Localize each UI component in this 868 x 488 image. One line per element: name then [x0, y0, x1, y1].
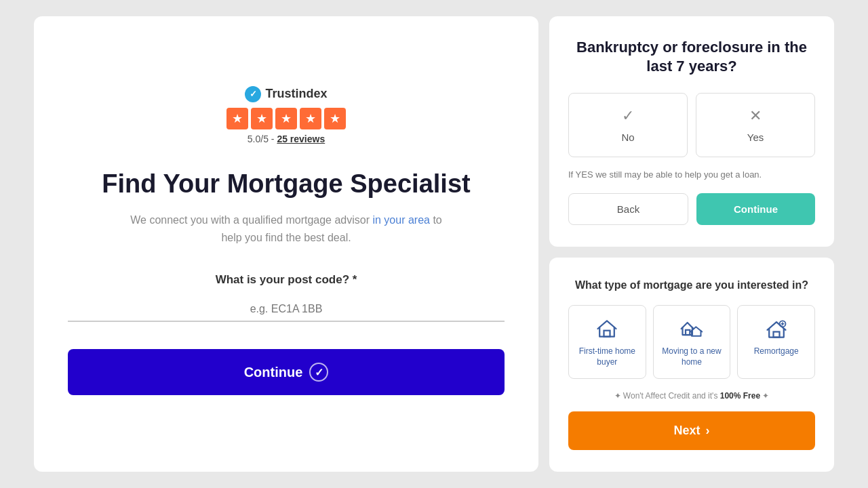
free-note: ✦ Won't Affect Credit and it's 100% Free… [568, 391, 815, 401]
star-2: ★ [251, 108, 273, 129]
yes-note: If YES we still may be able to help you … [568, 169, 815, 180]
bankruptcy-title: Bankruptcy or foreclosure in the last 7 … [568, 38, 815, 77]
yes-label: Yes [747, 131, 764, 143]
moving-label: Moving to a new home [659, 346, 725, 367]
moving-home-option[interactable]: Moving to a new home [653, 305, 731, 379]
remortgage-icon [764, 317, 789, 341]
mortgage-card: What type of mortgage are you interested… [549, 258, 834, 472]
bankruptcy-options: ✓ No ✕ Yes [568, 93, 815, 157]
trustindex-logo: ✓ Trustindex [245, 86, 327, 102]
main-container: ✓ Trustindex ★ ★ ★ ★ ★ 5.0/5 - 25 review… [34, 16, 834, 472]
first-time-home-icon [595, 317, 619, 341]
svg-rect-0 [604, 331, 610, 337]
postcode-label: What is your post code? * [216, 273, 357, 287]
action-buttons: Back Continue [568, 193, 815, 225]
star-4: ★ [300, 108, 321, 129]
star-5: ★ [324, 108, 346, 129]
yes-option-button[interactable]: ✕ Yes [696, 93, 815, 157]
x-icon: ✕ [749, 107, 762, 125]
bankruptcy-card: Bankruptcy or foreclosure in the last 7 … [549, 16, 834, 247]
right-panel: Bankruptcy or foreclosure in the last 7 … [549, 16, 834, 472]
rating-text: 5.0/5 - 25 reviews [248, 134, 325, 144]
svg-rect-1 [686, 330, 690, 335]
moving-home-icon [679, 317, 704, 341]
continue-label: Continue [244, 365, 303, 380]
star-rating: ★ ★ ★ ★ ★ [226, 108, 346, 129]
next-arrow-icon: › [706, 424, 710, 438]
continue-check-icon: ✓ [309, 363, 328, 382]
continue-right-button[interactable]: Continue [696, 193, 815, 225]
star-1: ★ [226, 108, 248, 129]
reviews-link[interactable]: 25 reviews [277, 134, 325, 144]
remortgage-option[interactable]: Remortgage [737, 305, 815, 379]
star-3: ★ [275, 108, 297, 129]
checkmark-icon: ✓ [622, 107, 634, 125]
no-option-button[interactable]: ✓ No [568, 93, 688, 157]
mortgage-options: First-time home buyer Moving to a new ho… [568, 305, 815, 379]
next-button[interactable]: Next › [568, 411, 815, 450]
free-note-highlight: 100% Free [720, 391, 760, 401]
back-button[interactable]: Back [568, 193, 688, 225]
trustindex-check-icon: ✓ [245, 86, 261, 102]
first-time-buyer-option[interactable]: First-time home buyer [568, 305, 646, 379]
left-panel: ✓ Trustindex ★ ★ ★ ★ ★ 5.0/5 - 25 review… [34, 16, 538, 472]
postcode-input[interactable] [68, 298, 505, 322]
main-title: Find Your Mortgage Specialist [102, 169, 470, 200]
no-label: No [621, 131, 634, 143]
continue-button[interactable]: Continue ✓ [68, 349, 505, 395]
subtitle: We connect you with a qualified mortgage… [123, 211, 449, 246]
svg-rect-2 [773, 332, 779, 338]
trustindex-label: Trustindex [265, 87, 327, 101]
remortgage-label: Remortgage [754, 346, 799, 357]
first-time-label: First-time home buyer [574, 346, 640, 367]
next-label: Next [673, 424, 700, 438]
mortgage-title: What type of mortgage are you interested… [568, 279, 815, 291]
